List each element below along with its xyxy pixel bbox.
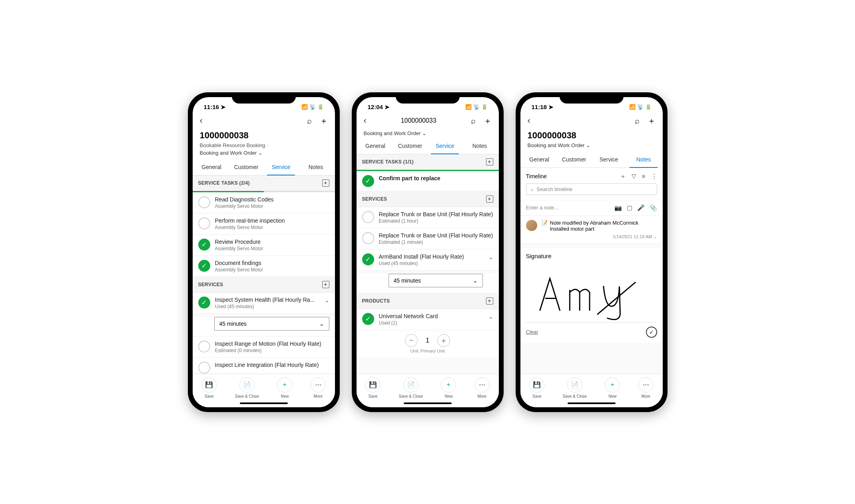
signature-confirm-button[interactable]: ✓: [646, 327, 657, 338]
task-checkbox-checked[interactable]: ✓: [362, 175, 374, 187]
location-icon: ➤: [221, 104, 226, 111]
more-button[interactable]: ⋯ More: [311, 377, 326, 398]
task-item[interactable]: Perform real-time inspection Assembly Se…: [193, 213, 335, 235]
add-task-icon[interactable]: +: [322, 179, 329, 187]
chevron-down-icon[interactable]: ⌄: [654, 234, 657, 239]
chevron-down-icon: ⌄: [422, 130, 427, 136]
note-input[interactable]: Enter a note... 📷 ▢ 🎤 📎: [520, 200, 663, 216]
task-item[interactable]: Read Diagnostic Codes Assembly Servo Mot…: [193, 192, 335, 213]
collapse-icon[interactable]: ⌃: [488, 316, 493, 323]
search-timeline-input[interactable]: ⌕ Search timeline: [526, 183, 657, 195]
search-icon[interactable]: ⌕: [635, 116, 640, 126]
view-dropdown[interactable]: Booking and Work Order⌄: [364, 130, 492, 136]
product-checkbox-checked[interactable]: ✓: [362, 313, 374, 325]
video-icon[interactable]: ▢: [627, 204, 632, 211]
qty-increase-button[interactable]: ＋: [437, 334, 450, 347]
add-task-icon[interactable]: +: [486, 158, 493, 165]
product-item[interactable]: ✓ Universal Network Card Used (1) ⌃: [357, 309, 499, 330]
screen: 12:04 ➤ 📶 📡 🔋 ‹ 1000000033 ⌕ ＋ Booking a…: [357, 97, 499, 407]
tab-service[interactable]: Service: [428, 138, 462, 154]
home-indicator[interactable]: [404, 402, 452, 404]
sort-icon[interactable]: ≡: [642, 173, 646, 180]
service-checkbox-checked[interactable]: ✓: [362, 253, 374, 265]
footer: 💾 Save 📄 Save & Close ＋ New ⋯ More: [520, 374, 663, 407]
add-icon[interactable]: ＋: [320, 116, 328, 126]
attachment-icon[interactable]: 📎: [650, 204, 657, 211]
tab-general[interactable]: General: [358, 138, 393, 154]
task-item[interactable]: ✓ Confirm part to replace: [357, 171, 499, 191]
service-checkbox[interactable]: [362, 232, 374, 244]
new-button[interactable]: ＋ New: [277, 377, 292, 398]
search-icon[interactable]: ⌕: [471, 116, 476, 126]
add-service-icon[interactable]: +: [486, 195, 493, 203]
task-checkbox[interactable]: [198, 196, 210, 208]
back-button[interactable]: ‹: [364, 116, 367, 126]
timeline-add-icon[interactable]: ＋: [620, 173, 626, 180]
home-indicator[interactable]: [240, 402, 288, 404]
service-item[interactable]: Replace Trunk or Base Unit (Flat Hourly …: [357, 207, 499, 228]
service-item[interactable]: ✓ ArmBand Install (Flat Hourly Rate) Use…: [357, 249, 499, 271]
more-button[interactable]: ⋯ More: [474, 377, 490, 398]
save-close-button[interactable]: 📄 Save & Close: [235, 377, 259, 398]
battery-icon: 🔋: [317, 104, 324, 110]
view-dropdown[interactable]: Booking and Work Order⌄: [200, 150, 328, 156]
view-dropdown[interactable]: Booking and Work Order⌄: [528, 142, 656, 148]
service-item[interactable]: ✓ Inspect System Health (Flat Hourly Ra.…: [193, 293, 335, 314]
collapse-icon[interactable]: ⌃: [488, 257, 493, 263]
tab-notes[interactable]: Notes: [626, 151, 661, 167]
duration-select[interactable]: 45 minutes ⌄: [389, 274, 483, 287]
signature-canvas[interactable]: [526, 263, 657, 323]
add-service-icon[interactable]: +: [322, 281, 329, 288]
add-icon[interactable]: ＋: [484, 116, 492, 126]
tab-customer[interactable]: Customer: [393, 138, 428, 154]
tab-notes[interactable]: Notes: [299, 159, 333, 175]
search-icon: ⌕: [530, 186, 534, 192]
task-checkbox-checked[interactable]: ✓: [198, 260, 210, 272]
service-item[interactable]: Inspect Range of Motion (Flat Hourly Rat…: [193, 337, 335, 358]
tab-service[interactable]: Service: [264, 159, 299, 175]
tab-general[interactable]: General: [522, 151, 557, 167]
duration-select[interactable]: 45 minutes ⌄: [214, 317, 329, 331]
signature-clear-button[interactable]: Clear: [526, 329, 538, 335]
add-icon[interactable]: ＋: [648, 116, 656, 126]
filter-icon[interactable]: ▽: [632, 173, 636, 180]
home-indicator[interactable]: [568, 402, 616, 404]
tab-service[interactable]: Service: [592, 151, 626, 167]
save-close-button[interactable]: 📄 Save & Close: [399, 377, 423, 398]
new-button[interactable]: ＋ New: [441, 377, 456, 398]
tab-general[interactable]: General: [194, 159, 229, 175]
more-button[interactable]: ⋯ More: [638, 377, 654, 398]
section-services-header: SERVICES +: [193, 277, 335, 293]
task-item[interactable]: ✓ Document findings Assembly Servo Motor: [193, 256, 335, 277]
search-icon[interactable]: ⌕: [307, 116, 312, 126]
task-item[interactable]: ✓ Review Procedure Assembly Servo Motor: [193, 235, 335, 256]
back-button[interactable]: ‹: [200, 116, 203, 126]
qty-decrease-button[interactable]: −: [405, 334, 418, 347]
save-button[interactable]: 💾 Save: [365, 377, 381, 398]
mic-icon[interactable]: 🎤: [637, 204, 645, 211]
back-button[interactable]: ‹: [528, 116, 530, 126]
save-close-button[interactable]: 📄 Save & Close: [563, 377, 587, 398]
service-checkbox-checked[interactable]: ✓: [198, 297, 210, 309]
tabs: General Customer Service Notes: [520, 151, 663, 168]
service-checkbox[interactable]: [362, 211, 374, 223]
collapse-icon[interactable]: ⌃: [325, 300, 329, 306]
note-item[interactable]: 📝 Note modified by Abraham McCormick Ins…: [520, 216, 663, 244]
task-checkbox[interactable]: [198, 217, 210, 229]
add-product-icon[interactable]: +: [486, 297, 493, 305]
save-button[interactable]: 💾 Save: [529, 377, 544, 398]
tab-customer[interactable]: Customer: [557, 151, 592, 167]
camera-icon[interactable]: 📷: [614, 204, 622, 211]
phone-3: 11:18 ➤ 📶 📡 🔋 ‹ ⌕ ＋ 1000000038 Booking a…: [516, 92, 668, 412]
service-checkbox[interactable]: [198, 362, 210, 374]
tab-notes[interactable]: Notes: [462, 138, 497, 154]
service-item[interactable]: Replace Trunk or Base Unit (Flat Hourly …: [357, 228, 499, 249]
service-checkbox[interactable]: [198, 341, 210, 353]
tab-customer[interactable]: Customer: [229, 159, 264, 175]
new-button[interactable]: ＋ New: [605, 377, 620, 398]
kebab-menu-icon[interactable]: ⋮: [651, 173, 657, 180]
service-item[interactable]: Inspect Line Integration (Flat Hourly Ra…: [193, 358, 335, 374]
save-button[interactable]: 💾 Save: [201, 377, 217, 398]
task-checkbox-checked[interactable]: ✓: [198, 239, 210, 251]
status-time: 11:18: [532, 104, 547, 110]
